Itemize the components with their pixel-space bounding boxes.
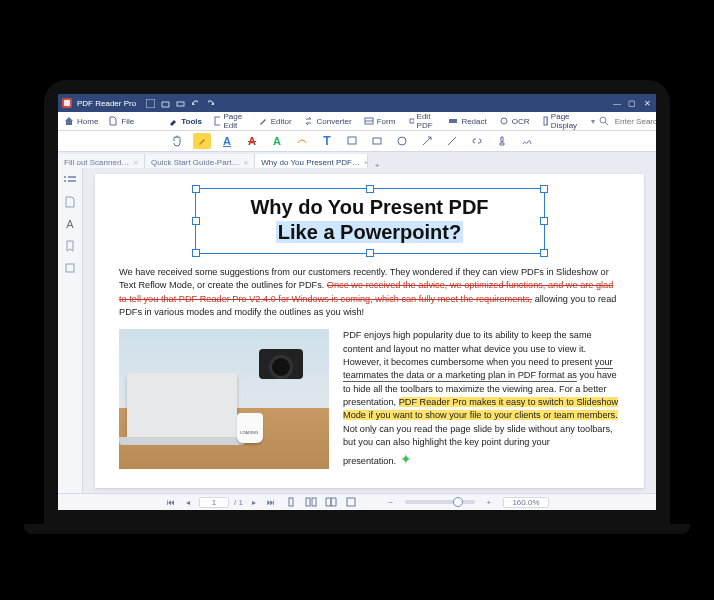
signature-tool-icon[interactable] [518, 133, 536, 149]
paragraph-2: PDF enjoys high popularity due to its ab… [343, 329, 620, 469]
home-label: Home [77, 117, 98, 126]
star-annotation-icon: ✦ [400, 451, 412, 467]
svg-line-16 [448, 137, 456, 145]
svg-rect-21 [347, 498, 355, 506]
app-logo-icon [62, 98, 72, 108]
laptop-base [24, 524, 690, 534]
app-name: PDF Reader Pro [77, 99, 136, 108]
svg-line-12 [605, 122, 608, 125]
svg-rect-1 [64, 100, 70, 106]
search-panel-icon[interactable] [64, 262, 76, 274]
shape-line-icon[interactable] [443, 133, 461, 149]
page-number-input[interactable]: 1 [199, 497, 229, 508]
shape-arrow-icon[interactable] [418, 133, 436, 149]
file-button[interactable]: File [108, 116, 134, 126]
underline-tool-icon[interactable]: A [218, 133, 236, 149]
maximize-icon[interactable]: ▢ [627, 98, 637, 108]
menu-page-display[interactable]: Page Display [542, 112, 581, 130]
titlebar: PDF Reader Pro — ▢ ✕ [58, 94, 656, 112]
svg-rect-20 [312, 498, 316, 506]
svg-rect-9 [544, 117, 547, 125]
menu-redact[interactable]: Redact [448, 112, 486, 130]
highlight-tool-icon[interactable] [193, 133, 211, 149]
svg-rect-7 [449, 119, 457, 123]
resize-handle[interactable] [366, 249, 374, 257]
annotations-icon[interactable]: A [64, 218, 76, 230]
laptop-illustration [127, 373, 237, 439]
paragraph-1: We have received some suggestions from o… [119, 266, 620, 319]
status-bar: ⏮ ◂ 1 / 1 ▸ ⏭ − + 160.0% [58, 493, 656, 510]
resize-handle[interactable] [540, 249, 548, 257]
menu-form[interactable]: Form [364, 112, 396, 130]
home-button[interactable]: Home [64, 116, 98, 126]
next-page-icon[interactable]: ▸ [248, 496, 260, 508]
shape-circle-icon[interactable] [393, 133, 411, 149]
svg-rect-14 [373, 138, 381, 144]
svg-rect-19 [306, 498, 310, 506]
zoom-in-icon[interactable]: + [483, 496, 495, 508]
resize-handle[interactable] [540, 185, 548, 193]
toolbar: A A A T [58, 131, 656, 152]
resize-handle[interactable] [366, 185, 374, 193]
svg-rect-3 [177, 102, 184, 106]
strikeout-tool-icon[interactable]: A [243, 133, 261, 149]
menu-ocr[interactable]: OCR [499, 112, 530, 130]
resize-handle[interactable] [192, 185, 200, 193]
prev-page-icon[interactable]: ◂ [182, 496, 194, 508]
selected-text-box[interactable]: Why do You Present PDF Like a Powerpoint… [195, 188, 545, 254]
close-tab-icon[interactable]: × [244, 158, 249, 167]
close-tab-icon[interactable]: × [133, 158, 138, 167]
menu-converter[interactable]: Converter [304, 112, 352, 130]
read-mode-icon[interactable] [345, 496, 357, 508]
zoom-value[interactable]: 160.0% [503, 497, 549, 508]
print-icon[interactable] [175, 98, 185, 108]
search-icon [599, 116, 609, 126]
article-image: LOADING [119, 329, 329, 469]
stamp-tool-icon[interactable] [493, 133, 511, 149]
side-panel: A [58, 168, 83, 494]
zoom-slider[interactable] [405, 500, 475, 504]
mug-illustration [237, 413, 263, 443]
page-total: / 1 [234, 498, 243, 507]
minimize-icon[interactable]: — [612, 98, 622, 108]
view-single-icon[interactable] [285, 496, 297, 508]
menu-edit-pdf[interactable]: Edit PDF [407, 112, 436, 130]
note-tool-icon[interactable] [343, 133, 361, 149]
menu-page-edit[interactable]: Page Edit [214, 112, 246, 130]
zoom-out-icon[interactable]: − [385, 496, 397, 508]
save-icon[interactable] [145, 98, 155, 108]
text-tool-icon[interactable]: T [318, 133, 336, 149]
undo-icon[interactable] [190, 98, 200, 108]
first-page-icon[interactable]: ⏮ [165, 496, 177, 508]
link-tool-icon[interactable] [468, 133, 486, 149]
svg-rect-4 [215, 117, 220, 125]
search-box[interactable]: ▾ [591, 116, 656, 127]
thumbnails-icon[interactable] [64, 174, 76, 186]
menu-editor[interactable]: Editor [258, 112, 292, 130]
last-page-icon[interactable]: ⏭ [265, 496, 277, 508]
svg-rect-13 [348, 137, 356, 144]
svg-rect-17 [66, 264, 74, 272]
bookmarks-icon[interactable] [64, 240, 76, 252]
outline-icon[interactable] [64, 196, 76, 208]
chevron-down-icon[interactable]: ▾ [591, 117, 595, 126]
search-input[interactable] [613, 116, 656, 127]
file-label: File [121, 117, 134, 126]
view-double-icon[interactable] [305, 496, 317, 508]
hand-tool-icon[interactable] [168, 133, 186, 149]
redo-icon[interactable] [205, 98, 215, 108]
resize-handle[interactable] [192, 249, 200, 257]
view-book-icon[interactable] [325, 496, 337, 508]
resize-handle[interactable] [540, 217, 548, 225]
resize-handle[interactable] [192, 217, 200, 225]
svg-rect-2 [146, 99, 155, 108]
squiggly-tool-icon[interactable]: A [268, 133, 286, 149]
shape-rect-icon[interactable] [368, 133, 386, 149]
freehand-tool-icon[interactable] [293, 133, 311, 149]
open-icon[interactable] [160, 98, 170, 108]
pdf-page[interactable]: Why do You Present PDF Like a Powerpoint… [95, 174, 644, 488]
menu-tools[interactable]: Tools [168, 112, 202, 130]
svg-rect-18 [289, 498, 293, 506]
close-icon[interactable]: ✕ [642, 98, 652, 108]
svg-point-8 [501, 118, 507, 124]
